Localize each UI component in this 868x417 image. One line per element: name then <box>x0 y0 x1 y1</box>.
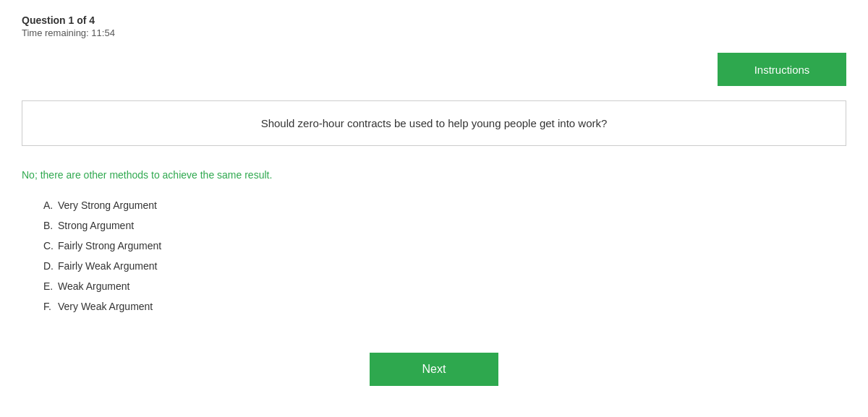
time-remaining: Time remaining: 11:54 <box>22 27 846 38</box>
option-text: Very Strong Argument <box>58 199 157 211</box>
option-text: Weak Argument <box>58 280 129 292</box>
instructions-button[interactable]: Instructions <box>718 53 846 86</box>
time-remaining-value: 11:54 <box>91 27 115 38</box>
list-item[interactable]: A.Very Strong Argument <box>43 195 846 215</box>
list-item[interactable]: C.Fairly Strong Argument <box>43 236 846 256</box>
option-letter: F. <box>43 301 58 312</box>
option-letter: A. <box>43 199 58 211</box>
list-item[interactable]: B.Strong Argument <box>43 215 846 236</box>
answer-text: No; there are other methods to achieve t… <box>0 160 868 195</box>
list-item[interactable]: D.Fairly Weak Argument <box>43 256 846 276</box>
option-letter: C. <box>43 240 58 252</box>
option-text: Fairly Weak Argument <box>58 260 157 272</box>
question-box: Should zero-hour contracts be used to he… <box>22 100 846 146</box>
option-text: Strong Argument <box>58 220 134 231</box>
options-list: A.Very Strong ArgumentB.Strong ArgumentC… <box>0 195 868 338</box>
time-remaining-label: Time remaining: <box>22 27 89 38</box>
option-text: Fairly Strong Argument <box>58 240 161 252</box>
list-item[interactable]: F.Very Weak Argument <box>43 296 846 317</box>
option-letter: E. <box>43 280 58 292</box>
option-letter: D. <box>43 260 58 272</box>
next-button[interactable]: Next <box>370 353 498 386</box>
question-text: Should zero-hour contracts be used to he… <box>261 117 608 129</box>
list-item[interactable]: E.Weak Argument <box>43 276 846 296</box>
question-counter: Question 1 of 4 <box>22 14 846 26</box>
option-letter: B. <box>43 220 58 231</box>
next-area: Next <box>0 338 868 408</box>
top-bar: Question 1 of 4 Time remaining: 11:54 <box>0 0 868 46</box>
instructions-area: Instructions <box>0 46 868 100</box>
answer-prefix: No; there are other methods to achieve t… <box>22 169 272 181</box>
option-text: Very Weak Argument <box>58 301 153 312</box>
